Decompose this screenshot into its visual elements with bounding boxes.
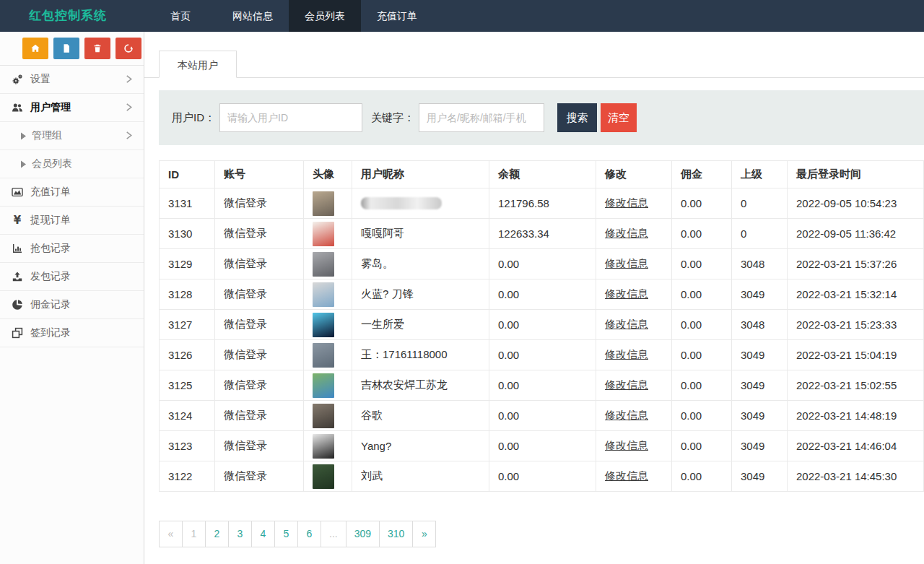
edit-info-link[interactable]: 修改信息 [605, 409, 648, 421]
edit-info-link[interactable]: 修改信息 [605, 196, 648, 209]
cell-balance: 0.00 [489, 279, 596, 310]
trash-button[interactable] [84, 38, 110, 59]
keyword-input[interactable] [419, 103, 544, 132]
sidebar-item-recharge-orders[interactable]: 充值订单 [0, 178, 144, 207]
avatar [313, 222, 334, 246]
sidebar-item-label: 佣金记录 [30, 298, 134, 311]
page-1: 1 [182, 521, 206, 547]
cell-nickname: 雾岛。 [352, 249, 489, 279]
cell-commission: 0.00 [672, 188, 732, 219]
cell-commission: 0.00 [672, 279, 732, 310]
table-row: 3127微信登录一生所爱0.00修改信息0.0030482022-03-21 1… [160, 310, 924, 340]
cell-parent: 3049 [732, 340, 788, 370]
avatar [313, 343, 334, 368]
nav-item-recharge-orders[interactable]: 充值订单 [361, 0, 433, 32]
nav-item-home[interactable]: 首页 [144, 0, 217, 32]
cell-commission: 0.00 [672, 340, 732, 370]
table-row: 3122微信登录刘武0.00修改信息0.0030492022-03-21 14:… [160, 461, 924, 492]
main-content: 本站用户 用户ID： 关键字： 搜索 清空 ID账号头像用户昵称余额修改佣金上级… [144, 32, 924, 564]
user-id-input[interactable] [219, 103, 362, 132]
cell-parent: 3049 [732, 401, 788, 431]
edit-info-link[interactable]: 修改信息 [605, 469, 648, 482]
cell-commission: 0.00 [672, 431, 732, 461]
sidebar-item-member-list[interactable]: 会员列表 [0, 150, 144, 178]
edit-info-link[interactable]: 修改信息 [605, 257, 648, 269]
cell-account: 微信登录 [215, 370, 304, 401]
nav-item-member-list[interactable]: 会员列表 [289, 0, 361, 32]
sidebar-item-grab-records[interactable]: 抢包记录 [0, 235, 144, 263]
cell-edit: 修改信息 [596, 279, 672, 310]
cell-account: 微信登录 [215, 461, 304, 492]
page-3[interactable]: 3 [228, 521, 252, 547]
search-panel: 用户ID： 关键字： 搜索 清空 [159, 90, 924, 145]
avatar [313, 464, 334, 489]
chevron-right-icon [125, 74, 134, 84]
sidebar-item-commission-records[interactable]: 佣金记录 [0, 291, 144, 319]
sidebar-item-settings[interactable]: 设置 [0, 66, 144, 94]
cell-balance: 122633.34 [489, 219, 596, 249]
cell-last-login: 2022-03-21 14:45:30 [788, 461, 924, 492]
cell-nickname [352, 188, 489, 219]
file-icon [61, 43, 71, 53]
cell-id: 3128 [160, 279, 215, 310]
cell-last-login: 2022-03-21 14:46:04 [788, 431, 924, 461]
cell-nickname: 刘武 [352, 461, 489, 492]
sidebar-item-withdraw-orders[interactable]: ¥提现订单 [0, 207, 144, 235]
cell-nickname: Yang? [352, 431, 489, 461]
cell-avatar [304, 219, 352, 249]
avatar [313, 434, 334, 459]
page-prev: « [159, 521, 183, 547]
page-309[interactable]: 309 [346, 521, 380, 547]
cell-id: 3129 [160, 249, 215, 279]
file-button[interactable] [53, 38, 79, 59]
cell-nickname: 谷歌 [352, 401, 489, 431]
cell-account: 微信登录 [215, 340, 304, 370]
page-gap: ... [321, 521, 346, 547]
edit-info-link[interactable]: 修改信息 [605, 378, 648, 391]
caret-icon [19, 158, 27, 170]
sidebar-item-checkin-records[interactable]: 签到记录 [0, 319, 144, 347]
cell-avatar [304, 370, 352, 401]
column-header: 账号 [215, 161, 304, 188]
cell-id: 3126 [160, 340, 215, 370]
page-next[interactable]: » [412, 521, 436, 547]
page-6[interactable]: 6 [297, 521, 321, 547]
cell-account: 微信登录 [215, 401, 304, 431]
sidebar-item-label: 发包记录 [30, 270, 134, 283]
cell-avatar [304, 401, 352, 431]
page-5[interactable]: 5 [274, 521, 298, 547]
table-header-row: ID账号头像用户昵称余额修改佣金上级最后登录时间 [160, 161, 924, 188]
sidebar-item-user-management[interactable]: 用户管理 [0, 94, 144, 122]
table-row: 3131微信登录121796.58修改信息0.0002022-09-05 10:… [160, 188, 924, 219]
cell-id: 3125 [160, 370, 215, 401]
tab-site-users[interactable]: 本站用户 [159, 51, 237, 78]
page-2[interactable]: 2 [205, 521, 229, 547]
cell-edit: 修改信息 [596, 401, 672, 431]
search-button[interactable]: 搜索 [557, 103, 597, 132]
column-header: 余额 [489, 161, 596, 188]
sidebar-item-label: 设置 [30, 73, 125, 86]
edit-info-link[interactable]: 修改信息 [605, 348, 648, 360]
cell-balance: 121796.58 [489, 188, 596, 219]
cell-nickname: 王：17161118000 [352, 340, 489, 370]
sidebar-item-label: 提现订单 [30, 214, 134, 227]
refresh-button[interactable] [116, 38, 141, 59]
sidebar-item-send-records[interactable]: 发包记录 [0, 263, 144, 291]
clear-button[interactable]: 清空 [601, 103, 637, 132]
home-button[interactable] [22, 38, 48, 59]
edit-info-link[interactable]: 修改信息 [605, 318, 648, 330]
keyword-label: 关键字： [371, 111, 414, 125]
cell-balance: 0.00 [489, 431, 596, 461]
cell-avatar [304, 340, 352, 370]
page-4[interactable]: 4 [251, 521, 275, 547]
topbar-nav: 首页网站信息会员列表充值订单 [144, 0, 433, 32]
page-310[interactable]: 310 [379, 521, 413, 547]
nav-item-site-info[interactable]: 网站信息 [217, 0, 289, 32]
cell-last-login: 2022-03-21 15:23:33 [788, 310, 924, 340]
edit-info-link[interactable]: 修改信息 [605, 287, 648, 300]
edit-info-link[interactable]: 修改信息 [605, 227, 648, 239]
sidebar-item-label: 管理组 [32, 129, 125, 142]
edit-info-link[interactable]: 修改信息 [605, 439, 648, 451]
sidebar: 设置用户管理管理组会员列表充值订单¥提现订单抢包记录发包记录佣金记录签到记录 [0, 32, 144, 564]
sidebar-item-admin-group[interactable]: 管理组 [0, 122, 144, 150]
